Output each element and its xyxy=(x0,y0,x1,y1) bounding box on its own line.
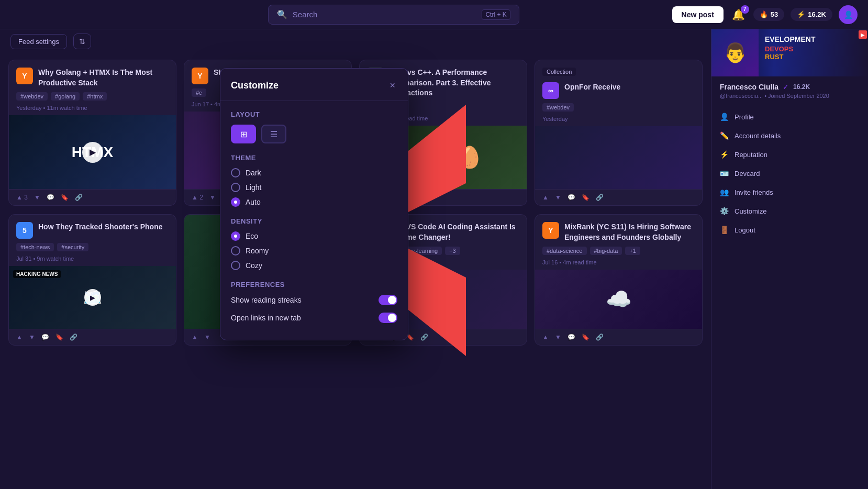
theme-auto-option[interactable]: Auto xyxy=(231,197,397,207)
share-button-1[interactable]: 🔗 xyxy=(75,194,83,201)
theme-dark-option[interactable]: Dark xyxy=(231,168,397,177)
menu-item-account[interactable]: ✏️ Account details xyxy=(711,126,868,145)
search-placeholder: Search xyxy=(293,10,477,19)
bookmark-button-3[interactable]: 🔖 xyxy=(411,194,419,201)
feed-settings-button[interactable]: Feed settings xyxy=(10,34,67,49)
verified-icon: ✓ xyxy=(783,83,789,91)
density-roomy-label: Roomy xyxy=(246,247,269,255)
downvote-button-8[interactable]: ▼ xyxy=(555,334,561,341)
invite-icon: 👥 xyxy=(720,188,729,196)
upvote-button-8[interactable]: ▲ xyxy=(542,334,549,341)
account-icon: ✏️ xyxy=(720,131,729,140)
banner-avatar: 👨 xyxy=(711,29,759,76)
menu-item-profile[interactable]: 👤 Profile xyxy=(711,107,868,126)
tag[interactable]: +3 xyxy=(445,247,460,255)
theme-section-label: Theme xyxy=(231,154,397,162)
bookmark-button-1[interactable]: 🔖 xyxy=(61,194,69,201)
search-shortcut: Ctrl + K xyxy=(482,9,510,20)
tag[interactable]: +1 xyxy=(625,247,640,255)
density-eco-option[interactable]: Eco xyxy=(231,231,397,241)
bookmark-button-8[interactable]: 🔖 xyxy=(582,334,589,341)
tag[interactable]: #c xyxy=(192,88,206,97)
downvote-button-5[interactable]: ▼ xyxy=(29,334,35,341)
pref-reading-toggle[interactable] xyxy=(379,295,397,305)
share-button-8[interactable]: 🔗 xyxy=(596,334,604,341)
tag[interactable]: #security xyxy=(57,243,88,251)
theme-light-option[interactable]: Light xyxy=(231,183,397,192)
upvote-button-6[interactable]: ▲ xyxy=(192,334,198,341)
comment-button-5[interactable]: 💬 xyxy=(41,334,49,341)
card-3-title: Rust vs C++. A Performance Comparison. P… xyxy=(389,68,519,98)
tag[interactable]: #webdev xyxy=(16,92,48,101)
menu-item-customize[interactable]: ⚙️ Customize xyxy=(711,202,868,220)
pref-reading-streaks: Show reading streaks xyxy=(231,295,397,305)
menu-item-devcard[interactable]: 🪪 Devcard xyxy=(711,164,868,183)
share-button-4[interactable]: 🔗 xyxy=(596,194,604,201)
modal-close-button[interactable]: × xyxy=(387,78,397,93)
comment-button-1[interactable]: 💬 xyxy=(47,194,54,201)
menu-profile-label: Profile xyxy=(735,113,754,121)
banner-devops: DEVOPS xyxy=(765,45,862,53)
notifications-button[interactable]: 🔔 7 xyxy=(730,6,747,23)
pref-newtab-label: Open links in new tab xyxy=(231,314,301,322)
theme-options: Dark Light Auto xyxy=(231,168,397,207)
menu-devcard-label: Devcard xyxy=(735,170,760,177)
modal-body: Layout ⊞ ☰ Theme Dark Light Auto Density xyxy=(220,101,408,340)
density-roomy-option[interactable]: Roomy xyxy=(231,246,397,255)
theme-light-label: Light xyxy=(246,183,261,192)
profile-menu: 👤 Profile ✏️ Account details ⚡ Reputatio… xyxy=(711,107,868,239)
sort-button[interactable]: ⇅ xyxy=(73,34,91,49)
density-roomy-radio xyxy=(231,246,240,255)
card-1-title: Why Golang + HTMX Is The Most Productive… xyxy=(38,68,169,88)
feed-settings-label: Feed settings xyxy=(18,38,59,46)
upvote-button-2[interactable]: ▲ 2 xyxy=(192,194,203,201)
share-button-3[interactable]: 🔗 xyxy=(426,194,433,201)
menu-item-reputation[interactable]: ⚡ Reputation xyxy=(711,145,868,164)
hacking-news-tag: HACKING NEWS xyxy=(13,270,61,278)
bookmark-button-4[interactable]: 🔖 xyxy=(582,194,589,201)
list-layout-button[interactable]: ☰ xyxy=(261,125,286,143)
logout-icon: 🚪 xyxy=(720,226,729,234)
downvote-button-2[interactable]: ▼ xyxy=(209,194,216,201)
downvote-button-4[interactable]: ▼ xyxy=(555,194,561,201)
upvote-button-4[interactable]: ▲ xyxy=(542,194,549,201)
profile-info: Francesco Ciulla ✓ 16.2K @francescociu..… xyxy=(711,76,868,103)
comment-button-8[interactable]: 💬 xyxy=(567,334,575,341)
search-bar[interactable]: 🔍 Search Ctrl + K xyxy=(268,5,519,25)
density-cozy-label: Cozy xyxy=(246,261,262,270)
downvote-button-1[interactable]: ▼ xyxy=(34,194,40,201)
play-button-7[interactable]: ▶ xyxy=(435,291,452,308)
new-post-button[interactable]: New post xyxy=(672,6,724,23)
menu-item-logout[interactable]: 🚪 Logout xyxy=(711,220,868,239)
upvote-button-5[interactable]: ▲ xyxy=(16,334,23,341)
bookmark-button-5[interactable]: 🔖 xyxy=(55,334,63,341)
card-5-title: How They Tracked Shooter's Phone xyxy=(38,222,163,232)
menu-item-invite[interactable]: 👥 Invite friends xyxy=(711,183,868,202)
card-1-meta: Yesterday • 11m watch time xyxy=(9,105,176,115)
grid-layout-button[interactable]: ⊞ xyxy=(231,125,256,143)
tag[interactable]: #webdev xyxy=(542,103,574,112)
banner-text: EVELOPMENT DEVOPS RUST ▶ xyxy=(759,29,868,76)
upvote-button-1[interactable]: ▲ 3 xyxy=(16,194,28,201)
notification-badge: 7 xyxy=(741,5,749,14)
tag[interactable]: #data-science xyxy=(542,247,587,255)
menu-account-label: Account details xyxy=(735,132,781,140)
user-avatar[interactable]: 👤 xyxy=(839,5,858,24)
play-button-5[interactable]: ▶ xyxy=(84,289,101,306)
menu-customize-label: Customize xyxy=(735,207,766,215)
share-button-5[interactable]: 🔗 xyxy=(70,334,77,341)
tag[interactable]: #htmx xyxy=(83,92,107,101)
pref-newtab-toggle[interactable] xyxy=(379,313,397,323)
preferences-section-label: Preferences xyxy=(231,281,397,288)
downvote-button-6[interactable]: ▼ xyxy=(204,334,210,341)
theme-dark-radio xyxy=(231,168,240,177)
pref-reading-label: Show reading streaks xyxy=(231,296,302,304)
play-button-1[interactable]: ▶ xyxy=(82,142,103,163)
tag[interactable]: #big-data xyxy=(590,247,622,255)
tag[interactable]: #tech-news xyxy=(16,243,54,251)
tag[interactable]: #golang xyxy=(51,92,80,101)
share-button-7[interactable]: 🔗 xyxy=(420,334,428,341)
density-cozy-option[interactable]: Cozy xyxy=(231,261,397,270)
sub-navigation: Feed settings ⇅ xyxy=(0,29,711,53)
comment-button-4[interactable]: 💬 xyxy=(567,194,575,201)
